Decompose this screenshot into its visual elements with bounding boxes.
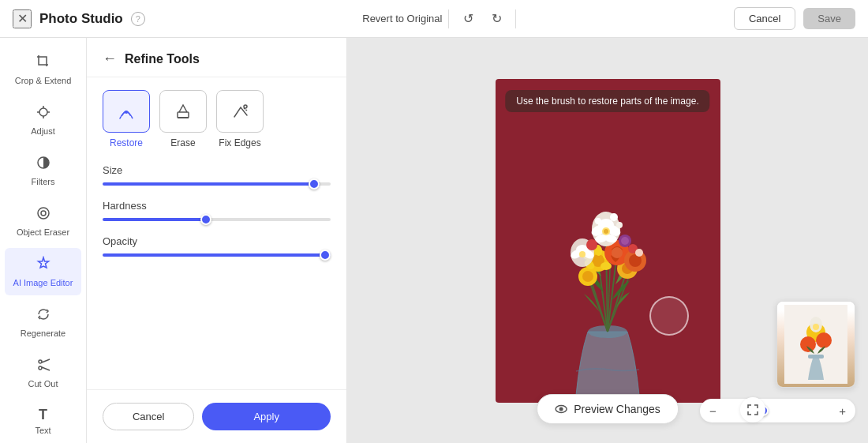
svg-point-70 (816, 332, 832, 348)
sidebar-item-label: Object Eraser (17, 227, 69, 237)
zoom-in-button[interactable]: + (836, 402, 849, 419)
zoom-controls: − + (700, 399, 855, 422)
flower-illustration (513, 103, 702, 403)
svg-point-51 (604, 229, 608, 234)
tool-erase[interactable]: Erase (159, 90, 207, 148)
undo-button[interactable]: ↺ (455, 6, 481, 32)
sidebar-item-label: Crop & Extend (15, 76, 72, 85)
svg-point-63 (595, 218, 601, 224)
svg-point-7 (41, 211, 46, 216)
svg-point-64 (635, 249, 643, 257)
brush-cursor (649, 296, 689, 336)
close-button[interactable]: ✕ (13, 9, 32, 28)
svg-rect-73 (808, 355, 824, 359)
zoom-out-button[interactable]: − (706, 402, 720, 419)
sidebar-item-label: Text (35, 426, 51, 435)
panel-footer: Cancel Apply (87, 389, 346, 443)
sidebar-item-label: Regenerate (21, 328, 66, 338)
object-eraser-icon (36, 205, 51, 223)
zoom-slider[interactable] (723, 409, 832, 412)
undo-redo-group: ↺ ↻ (455, 6, 509, 32)
sidebar-item-text[interactable]: T Text (5, 400, 81, 443)
fix-edges-button[interactable] (216, 90, 264, 133)
text-icon: T (39, 407, 47, 422)
sidebar-item-cut-out[interactable]: Cut Out (5, 349, 81, 396)
panel-apply-button[interactable]: Apply (202, 403, 331, 430)
divider2 (515, 9, 516, 28)
preview-changes-button[interactable]: Preview Changes (537, 394, 679, 424)
svg-point-72 (813, 324, 819, 330)
svg-point-0 (39, 108, 47, 116)
svg-point-18 (244, 105, 247, 108)
header-left: ✕ Photo Studio ? (13, 9, 145, 28)
cut-out-icon (36, 357, 51, 375)
sidebar-item-adjust[interactable]: Adjust (5, 96, 81, 144)
svg-point-37 (600, 262, 612, 270)
sidebar-item-crop[interactable]: Crop & Extend (5, 46, 81, 93)
svg-point-58 (621, 237, 629, 245)
redo-button[interactable]: ↻ (484, 6, 509, 32)
regenerate-icon (36, 306, 51, 325)
sliders-section: Size Hardness Opacity (87, 161, 346, 269)
sidebar-item-label: Filters (32, 177, 55, 186)
svg-line-11 (42, 367, 50, 370)
erase-label: Erase (170, 137, 195, 148)
sidebar-item-regenerate[interactable]: Regenerate (5, 298, 81, 346)
svg-point-59 (586, 239, 597, 250)
size-slider-group: Size (103, 164, 331, 186)
size-slider[interactable] (103, 182, 331, 186)
header-right: Cancel Save (734, 7, 855, 30)
filters-icon (36, 155, 51, 173)
header-cancel-button[interactable]: Cancel (734, 7, 795, 30)
tool-fix-edges[interactable]: Fix Edges (216, 90, 264, 148)
svg-point-62 (616, 222, 623, 228)
tool-options: Restore Erase (87, 77, 346, 161)
header: ✕ Photo Studio ? Revert to Original ↺ ↻ … (0, 0, 868, 38)
opacity-label: Opacity (103, 235, 331, 247)
sidebar: Crop & Extend Adjust Filters (0, 38, 87, 443)
header-center: Revert to Original ↺ ↻ (145, 6, 734, 32)
restore-label: Restore (110, 137, 143, 148)
sidebar-item-label: Cut Out (28, 379, 58, 389)
canvas-image[interactable]: Use the brush to restore parts of the im… (496, 79, 720, 403)
hardness-slider[interactable] (103, 218, 331, 221)
canvas-area: Use the brush to restore parts of the im… (347, 38, 868, 443)
hardness-label: Hardness (103, 200, 331, 212)
opacity-slider[interactable] (103, 253, 331, 257)
sidebar-item-label: AI Image Editor (13, 278, 73, 287)
svg-point-9 (39, 366, 42, 370)
svg-point-8 (39, 360, 42, 363)
sidebar-item-ai-image-editor[interactable]: AI Image Editor (5, 248, 81, 295)
sidebar-item-filters[interactable]: Filters (5, 147, 81, 194)
svg-line-10 (42, 359, 50, 362)
svg-point-6 (38, 208, 49, 219)
svg-point-32 (582, 271, 593, 282)
fix-edges-label: Fix Edges (219, 137, 260, 148)
svg-rect-16 (178, 112, 189, 118)
thumbnail-image (777, 302, 855, 387)
thumbnail-panel (776, 301, 855, 388)
back-button[interactable]: ← (103, 51, 117, 67)
restore-button[interactable] (103, 90, 150, 133)
body: Crop & Extend Adjust Filters (0, 38, 868, 443)
erase-button[interactable] (159, 90, 207, 133)
panel-header: ← Refine Tools (87, 38, 346, 77)
fit-to-screen-button[interactable] (740, 397, 765, 422)
help-icon[interactable]: ? (131, 12, 145, 26)
panel-cancel-button[interactable]: Cancel (103, 403, 194, 430)
ai-image-editor-icon (36, 256, 51, 274)
sidebar-item-object-eraser[interactable]: Object Eraser (5, 197, 81, 245)
svg-point-66 (559, 407, 563, 411)
opacity-slider-group: Opacity (103, 235, 331, 257)
tool-restore[interactable]: Restore (103, 90, 150, 148)
eye-icon (555, 403, 567, 415)
divider (448, 9, 449, 28)
header-save-button[interactable]: Save (803, 8, 855, 29)
preview-label: Preview Changes (574, 403, 660, 415)
size-label: Size (103, 164, 331, 176)
app-title: Photo Studio (39, 11, 123, 27)
svg-point-56 (579, 251, 586, 257)
adjust-icon (36, 104, 51, 122)
revert-button[interactable]: Revert to Original (362, 13, 442, 24)
svg-point-61 (610, 213, 618, 221)
